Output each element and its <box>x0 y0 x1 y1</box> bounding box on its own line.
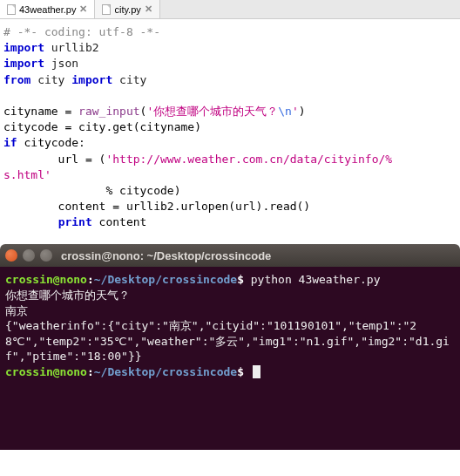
code-area[interactable]: # -*- coding: utf-8 -*- import urllib2 i… <box>0 19 460 239</box>
code-keyword: import <box>3 41 44 54</box>
close-icon[interactable]: ✕ <box>145 3 152 15</box>
window-minimize-icon[interactable] <box>23 249 35 262</box>
window-close-icon[interactable] <box>5 249 17 262</box>
window-maximize-icon[interactable] <box>40 249 52 262</box>
tab-43weather[interactable]: 43weather.py ✕ <box>0 0 95 18</box>
code-comment: # -*- coding: utf-8 -*- <box>3 25 160 38</box>
code-editor: 43weather.py ✕ city.py ✕ # -*- coding: u… <box>0 0 460 239</box>
prompt-user: crossin@nono <box>5 273 87 286</box>
terminal-output: 南京 <box>5 304 28 317</box>
terminal-titlebar[interactable]: crossin@nono: ~/Desktop/crossincode <box>0 244 460 267</box>
tab-label: 43weather.py <box>19 4 76 15</box>
terminal-output: 你想查哪个城市的天气？ <box>5 289 130 302</box>
terminal-window: crossin@nono: ~/Desktop/crossincode cros… <box>0 244 460 450</box>
close-icon[interactable]: ✕ <box>79 3 87 15</box>
terminal-output: {"weatherinfo":{"city":"南京","cityid":"10… <box>5 319 450 363</box>
terminal-title: crossin@nono: ~/Desktop/crossincode <box>61 249 271 262</box>
terminal-body[interactable]: crossin@nono:~/Desktop/crossincode$ pyth… <box>0 267 460 450</box>
file-icon <box>102 4 111 15</box>
tab-city[interactable]: city.py ✕ <box>95 0 159 18</box>
file-icon <box>7 4 16 15</box>
prompt-path: ~/Desktop/crossincode <box>94 273 237 286</box>
tab-bar: 43weather.py ✕ city.py ✕ <box>0 0 460 19</box>
cursor-icon <box>253 365 260 378</box>
terminal-command: python 43weather.py <box>251 273 381 286</box>
tab-label: city.py <box>114 4 140 15</box>
